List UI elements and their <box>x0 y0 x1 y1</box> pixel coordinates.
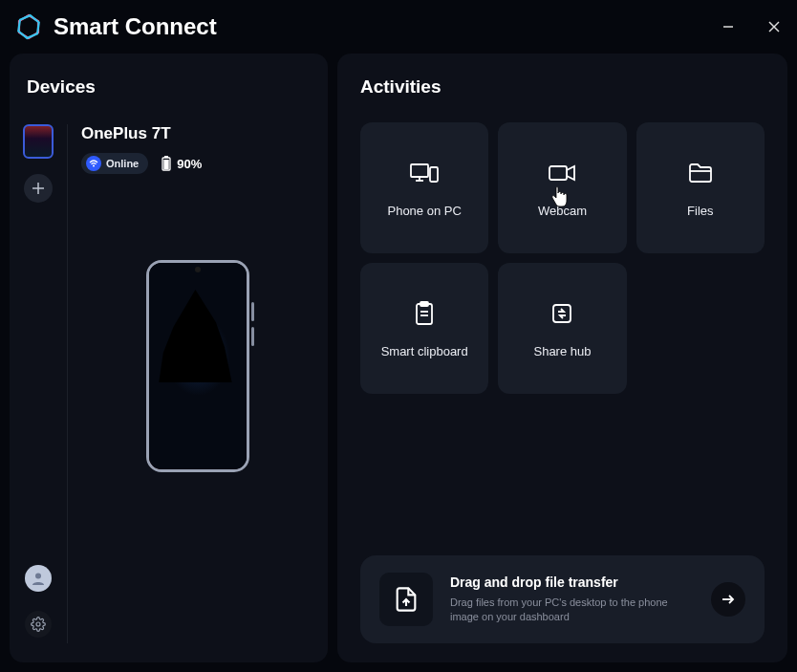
activity-card-share-hub[interactable]: Share hub <box>498 263 626 394</box>
battery-icon <box>162 156 171 171</box>
activity-card-smart-clipboard[interactable]: Smart clipboard <box>360 263 488 394</box>
devices-panel: Devices <box>10 54 328 662</box>
dnd-title: Drag and drop file transfer <box>450 574 694 590</box>
svg-rect-13 <box>411 164 428 177</box>
dnd-arrow-button[interactable] <box>711 582 745 617</box>
dnd-subtitle: Drag files from your PC's desktop to the… <box>450 596 694 625</box>
file-upload-icon <box>379 573 433 626</box>
profile-avatar[interactable] <box>25 565 52 592</box>
svg-point-9 <box>93 165 95 167</box>
svg-rect-17 <box>549 166 567 180</box>
close-button[interactable] <box>751 0 797 54</box>
status-label: Online <box>106 158 139 169</box>
svg-point-8 <box>36 622 40 626</box>
device-thumbnail[interactable] <box>23 124 54 159</box>
battery-status: 90% <box>162 156 202 171</box>
add-device-button[interactable] <box>24 174 53 203</box>
activity-card-webcam[interactable]: Webcam <box>498 122 626 253</box>
devices-title: Devices <box>10 76 328 98</box>
svg-marker-1 <box>17 14 39 40</box>
svg-point-7 <box>35 574 41 579</box>
device-rail <box>10 124 67 643</box>
folder-icon <box>685 158 716 188</box>
settings-button[interactable] <box>25 611 52 638</box>
title-bar: Smart Connect <box>0 0 797 54</box>
drag-drop-card[interactable]: Drag and drop file transfer Drag files f… <box>360 555 765 643</box>
activity-label: Files <box>687 204 713 218</box>
activity-card-files[interactable]: Files <box>636 122 765 253</box>
device-detail: OnePlus 7T Online <box>67 124 328 643</box>
activity-label: Webcam <box>538 204 587 218</box>
svg-rect-16 <box>430 167 438 182</box>
svg-rect-12 <box>164 160 169 169</box>
svg-marker-18 <box>567 166 574 180</box>
activity-label: Smart clipboard <box>381 344 468 358</box>
svg-rect-20 <box>417 304 432 324</box>
clipboard-icon <box>409 298 440 329</box>
device-name: OnePlus 7T <box>81 124 314 143</box>
activities-title: Activities <box>360 76 765 98</box>
activities-panel: Activities Phone on PCWebcamFilesSmart c… <box>337 54 787 662</box>
wifi-icon <box>86 156 101 171</box>
status-badge: Online <box>81 153 148 174</box>
activity-label: Share hub <box>533 344 591 358</box>
camera-icon <box>547 158 577 188</box>
devices-icon <box>409 158 440 188</box>
minimize-button[interactable] <box>705 0 751 54</box>
activity-label: Phone on PC <box>387 204 461 218</box>
activity-card-phone-on-pc[interactable]: Phone on PC <box>360 122 488 253</box>
app-title: Smart Connect <box>54 13 217 40</box>
phone-preview[interactable] <box>81 260 314 472</box>
battery-value: 90% <box>177 157 202 171</box>
svg-rect-24 <box>553 305 571 322</box>
share-icon <box>547 298 577 329</box>
app-logo-icon <box>13 11 44 42</box>
